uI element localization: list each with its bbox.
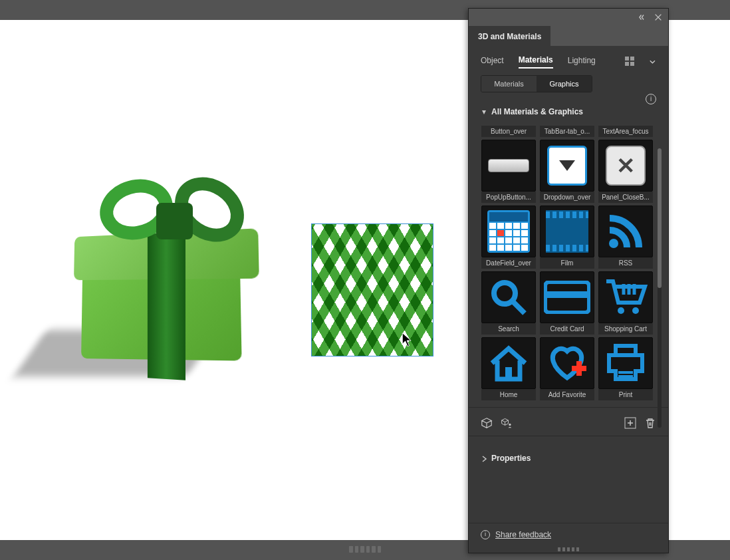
graphic-label: RSS bbox=[598, 257, 653, 269]
graphic-item[interactable]: RSS bbox=[598, 206, 654, 269]
svg-point-1 bbox=[494, 283, 515, 304]
close-icon[interactable] bbox=[654, 13, 663, 22]
svg-rect-3 bbox=[545, 291, 589, 298]
subtab-object[interactable]: Object bbox=[481, 56, 504, 68]
graphic-label: Dropdown_over bbox=[540, 192, 594, 203]
graphic-item[interactable]: DateField_over bbox=[481, 206, 537, 269]
graphics-grid: Button_overTabBar-tab_o...TextArea_focus… bbox=[481, 126, 662, 400]
segment-materials[interactable]: Materials bbox=[481, 76, 537, 92]
graphic-thumb bbox=[481, 337, 536, 389]
graphic-item[interactable]: Search bbox=[481, 271, 537, 335]
materials-panel: 3D and Materials Object Materials Lighti… bbox=[468, 8, 669, 553]
share-feedback-link[interactable]: i Share feedback bbox=[469, 523, 668, 546]
svg-point-0 bbox=[609, 239, 618, 248]
subtab-lighting[interactable]: Lighting bbox=[568, 56, 596, 68]
svg-rect-6 bbox=[505, 367, 512, 379]
graphic-item[interactable]: TabBar-tab_o... bbox=[539, 126, 595, 137]
graphic-item[interactable]: Print bbox=[598, 337, 654, 400]
graphic-label: Search bbox=[481, 323, 536, 335]
panel-tab-row: 3D and Materials bbox=[469, 26, 668, 46]
graphic-label: DateField_over bbox=[481, 257, 536, 269]
share-feedback-label: Share feedback bbox=[495, 530, 551, 539]
pattern-selection[interactable] bbox=[311, 223, 433, 356]
svg-point-4 bbox=[618, 307, 624, 314]
panel-tab-3d-materials[interactable]: 3D and Materials bbox=[469, 26, 550, 46]
graphic-label: Shopping Cart bbox=[598, 323, 653, 335]
grid-scrollbar[interactable] bbox=[658, 148, 662, 428]
subtab-materials[interactable]: Materials bbox=[519, 55, 553, 69]
panel-titlebar bbox=[469, 9, 668, 26]
resize-gripper[interactable] bbox=[349, 546, 381, 553]
svg-point-10 bbox=[509, 424, 511, 426]
section-title: All Materials & Graphics bbox=[491, 107, 583, 116]
section-all-materials[interactable]: All Materials & Graphics bbox=[469, 99, 668, 122]
graphic-item[interactable]: TextArea_focus bbox=[598, 126, 654, 137]
trash-icon[interactable] bbox=[644, 417, 656, 429]
cube-user-icon[interactable] bbox=[501, 417, 513, 429]
graphic-label: Film bbox=[540, 257, 594, 269]
graphic-thumb bbox=[598, 337, 653, 389]
panel-subtabs: Object Materials Lighting bbox=[469, 46, 668, 75]
graphic-label: Home bbox=[481, 389, 536, 400]
graphic-label: Credit Card bbox=[540, 323, 594, 335]
graphic-label: Add Favorite bbox=[540, 389, 594, 400]
graphic-item[interactable]: PopUpButton... bbox=[481, 140, 537, 203]
chevron-right-icon bbox=[481, 455, 487, 462]
graphic-label: TextArea_focus bbox=[598, 126, 653, 137]
graphic-item[interactable]: Home bbox=[481, 337, 537, 400]
svg-point-5 bbox=[632, 307, 639, 314]
gift-box-object[interactable] bbox=[40, 166, 266, 372]
graphic-thumb bbox=[540, 140, 594, 192]
graphic-item[interactable]: Button_over bbox=[481, 126, 537, 137]
chevron-down-icon[interactable] bbox=[649, 58, 656, 66]
panel-resize-gripper[interactable] bbox=[469, 546, 668, 553]
graphic-item[interactable]: Film bbox=[539, 206, 595, 269]
collapse-icon[interactable] bbox=[639, 13, 648, 22]
chevron-down-icon bbox=[481, 108, 487, 115]
graphic-thumb bbox=[540, 271, 594, 323]
segment-graphics[interactable]: Graphics bbox=[537, 76, 592, 92]
section-properties[interactable]: Properties bbox=[469, 436, 668, 480]
properties-title: Properties bbox=[491, 454, 531, 463]
graphic-item[interactable]: Add Favorite bbox=[539, 337, 595, 400]
graphic-label: PopUpButton... bbox=[481, 192, 536, 203]
view-mode-icon[interactable] bbox=[625, 57, 634, 67]
info-icon: i bbox=[481, 530, 490, 539]
graphic-thumb: ✕ bbox=[598, 140, 653, 192]
graphic-label: Print bbox=[598, 389, 653, 400]
scrollbar-handle[interactable] bbox=[658, 148, 662, 288]
add-icon[interactable] bbox=[624, 417, 636, 429]
graphic-item[interactable]: ✕Panel_CloseB... bbox=[598, 140, 654, 203]
graphic-label: TabBar-tab_o... bbox=[540, 126, 594, 137]
graphic-item[interactable]: Credit Card bbox=[539, 271, 595, 335]
graphic-thumb bbox=[481, 140, 536, 192]
graphic-item[interactable]: Dropdown_over bbox=[539, 140, 595, 203]
graphic-label: Button_over bbox=[481, 126, 536, 137]
panel-tool-row bbox=[469, 407, 668, 436]
graphic-item[interactable]: Shopping Cart bbox=[598, 271, 654, 335]
graphic-thumb bbox=[598, 271, 653, 323]
info-icon[interactable]: i bbox=[646, 94, 656, 104]
svg-rect-8 bbox=[576, 361, 582, 376]
cube-icon[interactable] bbox=[481, 417, 493, 429]
graphic-thumb bbox=[481, 271, 536, 323]
graphic-thumb bbox=[540, 206, 594, 257]
graphic-thumb bbox=[598, 206, 653, 257]
graphic-label: Panel_CloseB... bbox=[598, 192, 653, 203]
segment-control: Materials Graphics bbox=[481, 75, 592, 92]
graphic-thumb bbox=[540, 337, 594, 389]
graphic-thumb bbox=[481, 206, 536, 257]
